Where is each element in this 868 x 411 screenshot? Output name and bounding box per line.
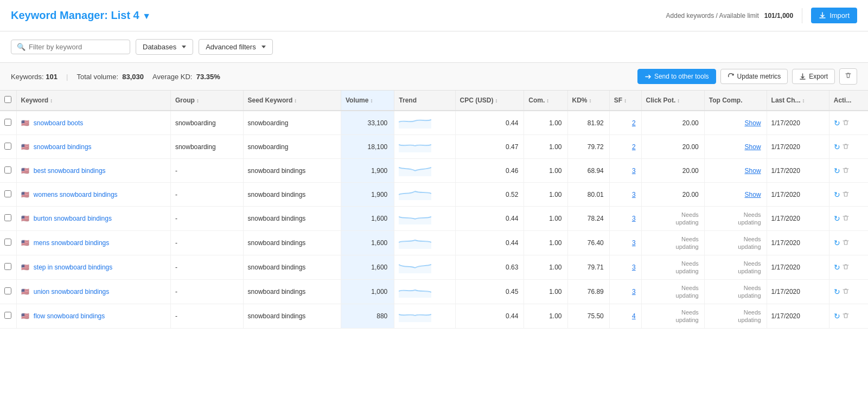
filter-input[interactable]	[29, 43, 124, 51]
group-value: -	[175, 239, 177, 247]
advanced-filters-dropdown[interactable]: Advanced filters	[199, 39, 273, 55]
col-keyword[interactable]: Keyword ↕	[16, 91, 170, 111]
sf-link[interactable]: 2	[632, 143, 636, 151]
row-checkbox[interactable]	[4, 312, 11, 319]
show-link[interactable]: Show	[745, 143, 761, 151]
col-com[interactable]: Com. ↕	[524, 91, 567, 111]
keyword-link[interactable]: burton snowboard bindings	[34, 215, 112, 222]
refresh-button[interactable]: ↻	[834, 119, 840, 127]
delete-button[interactable]	[839, 68, 857, 85]
col-click-pot[interactable]: Click Pot. ↕	[641, 91, 704, 111]
keyword-link[interactable]: best snowboard bindings	[34, 167, 106, 175]
keyword-link[interactable]: step in snowboard bindings	[34, 264, 112, 271]
row-checkbox[interactable]	[4, 287, 11, 294]
cpc-value: 0.47	[506, 143, 518, 151]
refresh-button[interactable]: ↻	[834, 312, 840, 320]
cpc-cell: 0.44	[455, 304, 524, 329]
keyword-link[interactable]: snowboard bindings	[34, 143, 92, 151]
flag-icon: 🇺🇸	[21, 264, 29, 271]
sf-link[interactable]: 3	[632, 191, 636, 198]
cpc-value: 0.52	[506, 191, 518, 198]
volume-cell: 1,600	[341, 255, 394, 280]
row-checkbox-cell[interactable]	[0, 304, 16, 329]
row-checkbox-cell[interactable]	[0, 255, 16, 280]
export-button[interactable]: Export	[792, 69, 835, 84]
update-metrics-button[interactable]: Update metrics	[720, 69, 788, 84]
refresh-button[interactable]: ↻	[834, 239, 840, 247]
top-comp-cell: Show	[704, 111, 767, 135]
select-all-checkbox[interactable]	[4, 96, 11, 103]
volume-value: 1,600	[371, 239, 387, 247]
row-checkbox[interactable]	[4, 214, 11, 221]
keyword-link[interactable]: mens snowboard bindings	[34, 239, 109, 247]
row-delete-button[interactable]	[843, 287, 849, 296]
refresh-button[interactable]: ↻	[834, 263, 840, 272]
show-link[interactable]: Show	[745, 167, 761, 175]
refresh-button[interactable]: ↻	[834, 143, 840, 151]
row-checkbox-cell[interactable]	[0, 280, 16, 304]
row-delete-button[interactable]	[843, 214, 849, 223]
row-delete-button[interactable]	[843, 143, 849, 151]
group-value: -	[175, 288, 177, 296]
row-delete-button[interactable]	[843, 312, 849, 320]
needs-updating-top: Needsupdating	[738, 211, 761, 226]
row-delete-button[interactable]	[843, 119, 849, 127]
row-checkbox[interactable]	[4, 190, 11, 197]
seed-keyword-cell: snowboarding	[243, 135, 341, 159]
refresh-button[interactable]: ↻	[834, 166, 840, 175]
send-to-tools-button[interactable]: Send to other tools	[637, 69, 716, 84]
col-last-ch[interactable]: Last Ch... ↕	[767, 91, 829, 111]
volume-value: 1,600	[371, 215, 387, 222]
sf-link[interactable]: 3	[632, 215, 636, 222]
keyword-cell: 🇺🇸 step in snowboard bindings	[16, 255, 170, 280]
list-dropdown-icon[interactable]: ▼	[142, 11, 151, 21]
row-delete-button[interactable]	[843, 239, 849, 247]
row-checkbox-cell[interactable]	[0, 159, 16, 183]
col-volume[interactable]: Volume ↕	[341, 91, 394, 111]
keyword-link[interactable]: snowboard boots	[34, 119, 83, 127]
row-checkbox[interactable]	[4, 143, 11, 150]
row-delete-button[interactable]	[843, 166, 849, 175]
row-checkbox[interactable]	[4, 119, 11, 126]
row-checkbox-cell[interactable]	[0, 207, 16, 231]
show-link[interactable]: Show	[745, 119, 761, 127]
col-sf[interactable]: SF ↕	[609, 91, 641, 111]
sf-link[interactable]: 4	[632, 312, 636, 320]
row-checkbox[interactable]	[4, 263, 11, 270]
sf-link[interactable]: 3	[632, 167, 636, 175]
row-delete-button[interactable]	[843, 190, 849, 199]
com-cell: 1.00	[524, 255, 567, 280]
row-checkbox[interactable]	[4, 166, 11, 174]
keyword-link[interactable]: union snowboard bindings	[34, 288, 109, 296]
keyword-link[interactable]: flow snowboard bindings	[34, 312, 105, 320]
sf-link[interactable]: 3	[632, 288, 636, 296]
sf-link[interactable]: 2	[632, 119, 636, 127]
seed-keyword-value: snowboard bindings	[248, 288, 306, 296]
select-all-header[interactable]	[0, 91, 16, 111]
col-group[interactable]: Group ↕	[170, 91, 243, 111]
import-button[interactable]: Import	[811, 8, 857, 23]
keyword-cell: 🇺🇸 womens snowboard bindings	[16, 183, 170, 207]
refresh-button[interactable]: ↻	[834, 214, 840, 223]
row-delete-button[interactable]	[843, 263, 849, 272]
databases-dropdown[interactable]: Databases	[136, 39, 193, 55]
row-checkbox-cell[interactable]	[0, 111, 16, 135]
col-cpc[interactable]: CPC (USD) ↕	[455, 91, 524, 111]
refresh-button[interactable]: ↻	[834, 190, 840, 199]
refresh-button[interactable]: ↻	[834, 287, 840, 296]
row-checkbox-cell[interactable]	[0, 231, 16, 255]
kd-cell: 79.72	[567, 135, 609, 159]
col-kd[interactable]: KD% ↕	[567, 91, 609, 111]
cpc-cell: 0.63	[455, 255, 524, 280]
show-link[interactable]: Show	[745, 191, 761, 198]
row-checkbox-cell[interactable]	[0, 183, 16, 207]
keyword-link[interactable]: womens snowboard bindings	[34, 191, 118, 198]
col-seed-keyword[interactable]: Seed Keyword ↕	[243, 91, 341, 111]
row-checkbox-cell[interactable]	[0, 135, 16, 159]
row-checkbox[interactable]	[4, 239, 11, 246]
trend-chart	[399, 285, 431, 298]
sf-link[interactable]: 3	[632, 239, 636, 247]
click-pot-cell: 20.00	[641, 159, 704, 183]
sf-link[interactable]: 3	[632, 264, 636, 271]
filter-input-wrap[interactable]: 🔍	[11, 40, 130, 54]
